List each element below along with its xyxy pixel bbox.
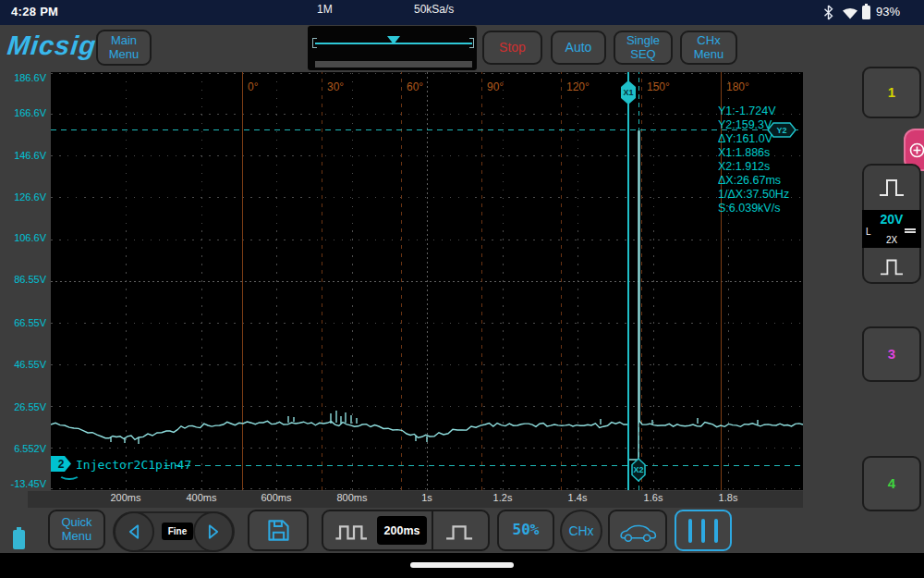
arrow-left-icon xyxy=(125,523,143,541)
channel-3-button[interactable]: 3 xyxy=(862,326,921,382)
t-label: 600ms xyxy=(249,492,304,503)
t-label: 400ms xyxy=(174,492,229,503)
display-mode-button[interactable] xyxy=(675,510,732,551)
v-label: 26.55V xyxy=(0,401,46,412)
t-label: 200ms xyxy=(98,492,153,503)
bar-icon xyxy=(688,519,692,543)
timebase-zoom-in-button[interactable] xyxy=(442,518,479,544)
t-label: 1.8s xyxy=(700,492,756,503)
v-label: 6.552V xyxy=(0,443,46,454)
car-icon xyxy=(617,518,658,544)
wifi-icon xyxy=(842,6,858,19)
v-label: 166.6V xyxy=(0,107,46,118)
channel-scale-readout[interactable]: 20V L 2X xyxy=(862,210,921,248)
graticule[interactable]: 0° 30° 60° 90° 120° 150° 180° X1 X2 Y2 xyxy=(51,72,803,490)
bluetooth-icon xyxy=(823,5,833,20)
chx-select-button[interactable]: CHx xyxy=(560,510,602,552)
main-menu-button[interactable]: Main Menu xyxy=(96,30,152,66)
v-label: 146.6V xyxy=(0,150,46,161)
v-label: 106.6V xyxy=(0,232,46,243)
channel-1-button[interactable]: 1 xyxy=(862,67,921,118)
status-bar: 4:28 PM 93% xyxy=(0,0,924,25)
bar-icon xyxy=(714,519,718,543)
timebase-zoom-out-button[interactable] xyxy=(333,518,375,544)
timebase-group-divider xyxy=(432,511,433,549)
scale-up-button[interactable] xyxy=(862,164,921,210)
t-label: 1.2s xyxy=(475,492,530,503)
memory-depth-label: 1M xyxy=(317,3,333,16)
memory-slider-handle[interactable] xyxy=(387,36,400,44)
memory-slider-secondary-bar xyxy=(315,61,472,68)
clock: 4:28 PM xyxy=(11,5,58,18)
pulse-up-icon xyxy=(876,175,907,199)
t-label: 1s xyxy=(399,492,455,503)
v-label: 66.55V xyxy=(0,317,46,328)
pulse-single-icon xyxy=(442,518,479,544)
v-label: 46.55V xyxy=(0,359,46,370)
dc-coupling-icon xyxy=(905,228,916,233)
v-label: 186.6V xyxy=(0,72,46,83)
battery-icon xyxy=(862,6,870,19)
meas-y2: Y2:159.3V xyxy=(718,118,810,132)
t-label: 1.4s xyxy=(550,492,605,503)
channel-2-name[interactable]: Injector2C1pin47 xyxy=(76,458,191,472)
t-label: 800ms xyxy=(324,492,380,503)
sample-rate-label: 50kSa/s xyxy=(414,3,454,16)
auto-button[interactable]: Auto xyxy=(551,31,606,65)
cursor-measurements: Y1:-1.724V Y2:159.3V ΔY:161.0V X1:1.886s… xyxy=(718,105,810,215)
cursor-x1-handle[interactable]: X1 xyxy=(621,80,636,105)
step-left-button[interactable] xyxy=(114,511,154,552)
save-button[interactable] xyxy=(248,510,309,551)
pulse-down-icon xyxy=(876,255,907,277)
probe-attenuation: 2X xyxy=(862,235,921,245)
automotive-button[interactable] xyxy=(608,510,667,551)
scale-value: 20V xyxy=(862,212,921,227)
cursor-x2-handle-label: X2 xyxy=(633,465,643,474)
t-label: 1.6s xyxy=(626,492,681,503)
bar-icon xyxy=(701,519,705,543)
pulse-train-icon xyxy=(333,518,375,544)
battery-percent: 93% xyxy=(876,5,900,18)
plus-circle-icon xyxy=(909,142,924,158)
cursor-x1-handle-label: X1 xyxy=(623,88,633,97)
probe-battery-icon-tip xyxy=(17,527,21,530)
oscilloscope-app: 4:28 PM 93% Micsig Main Menu 1M 50kSa/s … xyxy=(0,0,924,578)
single-seq-button[interactable]: Single SEQ xyxy=(614,31,673,65)
meas-y1: Y1:-1.724V xyxy=(718,105,810,118)
v-label: 86.55V xyxy=(0,274,46,285)
gesture-pill[interactable] xyxy=(410,562,514,568)
meas-x2: X2:1.912s xyxy=(718,160,810,174)
battery-icon-tip xyxy=(865,4,868,6)
scale-down-button[interactable] xyxy=(862,248,921,284)
timebase-readout[interactable]: 200ms xyxy=(377,516,427,545)
waveform-ch2 xyxy=(51,72,803,490)
v-label: -13.45V xyxy=(0,478,46,489)
quick-menu-button[interactable]: Quick Menu xyxy=(48,510,105,550)
save-floppy-icon xyxy=(266,518,291,543)
meas-dy: ΔY:161.0V xyxy=(718,132,810,146)
step-right-button[interactable] xyxy=(193,511,234,552)
meas-1dx: 1/ΔX:37.50Hz xyxy=(718,188,810,202)
cursor-x2-handle[interactable]: X2 xyxy=(631,458,646,482)
arrow-right-icon xyxy=(204,523,223,541)
stop-button[interactable]: Stop xyxy=(482,31,542,65)
v-label: 126.6V xyxy=(0,191,46,203)
meas-x1: X1:1.886s xyxy=(718,146,810,160)
chx-menu-button[interactable]: CHx Menu xyxy=(680,31,737,65)
probe-battery-icon xyxy=(13,530,25,549)
channel-4-button[interactable]: 4 xyxy=(862,456,921,511)
cursor-x1-line[interactable] xyxy=(627,72,629,490)
meas-dx: ΔX:26.67ms xyxy=(718,174,810,188)
meas-s: S:6.039kV/s xyxy=(718,202,810,215)
micsig-logo: Micsig xyxy=(6,31,98,61)
fine-mode-badge[interactable]: Fine xyxy=(162,523,193,540)
trigger-50pct-button[interactable]: 50% xyxy=(497,510,554,551)
